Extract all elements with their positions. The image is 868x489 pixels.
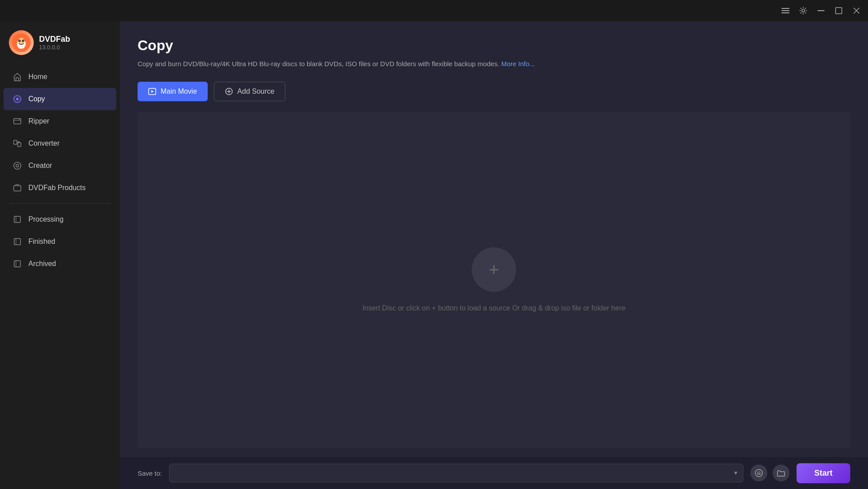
add-source-label: Add Source xyxy=(237,87,275,95)
logo-text: DVDFab 13.0.0.0 xyxy=(39,35,70,51)
sidebar-item-home-label: Home xyxy=(28,73,47,81)
page-title: Copy xyxy=(138,37,850,54)
toolbar: Main Movie Add Source xyxy=(138,82,850,101)
save-to-dropdown-icon[interactable]: ▼ xyxy=(733,470,738,476)
svg-point-20 xyxy=(16,164,19,167)
more-info-link[interactable]: More Info... xyxy=(501,60,535,68)
svg-rect-22 xyxy=(14,216,20,223)
title-bar xyxy=(0,0,868,21)
save-to-label: Save to: xyxy=(138,469,162,477)
ripper-icon xyxy=(12,116,22,126)
products-icon xyxy=(12,183,22,193)
minimize-icon[interactable] xyxy=(817,6,825,15)
sidebar-item-processing[interactable]: Processing xyxy=(4,208,116,231)
content-area: Copy Copy and burn DVD/Blu-ray/4K Ultra … xyxy=(120,21,868,457)
svg-point-9 xyxy=(18,40,21,42)
sidebar-item-archived[interactable]: Archived xyxy=(4,253,116,275)
close-icon[interactable] xyxy=(852,6,861,15)
main-movie-button[interactable]: Main Movie xyxy=(138,82,208,101)
logo-version: 13.0.0.0 xyxy=(39,44,70,51)
sidebar-item-finished[interactable]: Finished xyxy=(4,231,116,253)
svg-rect-1 xyxy=(781,10,789,11)
add-source-circle[interactable]: + xyxy=(472,247,516,292)
logo-avatar xyxy=(9,30,34,55)
add-source-button[interactable]: Add Source xyxy=(214,82,286,101)
drop-zone-text: Insert Disc or click on + button to load… xyxy=(363,304,626,312)
svg-rect-24 xyxy=(14,239,20,245)
sidebar-item-copy-label: Copy xyxy=(28,95,45,103)
sidebar-item-copy[interactable]: Copy xyxy=(4,88,116,110)
plus-icon: + xyxy=(489,261,499,278)
sidebar-item-creator-label: Creator xyxy=(28,162,52,170)
drop-zone[interactable]: + Insert Disc or click on + button to lo… xyxy=(138,112,850,449)
converter-icon xyxy=(12,139,22,148)
sidebar: DVDFab 13.0.0.0 Home xyxy=(0,21,120,489)
sidebar-item-converter-label: Converter xyxy=(28,139,59,147)
save-to-input[interactable]: ▼ xyxy=(169,464,743,482)
archived-icon xyxy=(12,259,22,269)
svg-point-12 xyxy=(16,98,19,100)
svg-point-10 xyxy=(22,40,24,42)
folder-icon-button[interactable] xyxy=(773,465,789,481)
svg-rect-4 xyxy=(817,10,825,11)
copy-icon xyxy=(12,94,22,104)
svg-point-16 xyxy=(19,119,20,120)
svg-rect-21 xyxy=(14,186,21,191)
home-icon xyxy=(12,72,22,82)
svg-rect-2 xyxy=(781,12,789,13)
sidebar-item-archived-label: Archived xyxy=(28,260,56,268)
settings-icon[interactable] xyxy=(799,6,808,15)
svg-rect-17 xyxy=(14,140,17,144)
page-description: Copy and burn DVD/Blu-ray/4K Ultra HD Bl… xyxy=(138,59,850,69)
start-button[interactable]: Start xyxy=(797,463,850,483)
iso-icon-button[interactable]: ISO xyxy=(750,465,767,481)
processing-icon xyxy=(12,215,22,224)
sidebar-item-converter[interactable]: Converter xyxy=(4,132,116,155)
svg-point-19 xyxy=(14,162,21,169)
sidebar-item-creator[interactable]: Creator xyxy=(4,155,116,177)
sidebar-item-dvdfab-products-label: DVDFab Products xyxy=(28,184,86,192)
finished-icon xyxy=(12,237,22,246)
sidebar-item-home[interactable]: Home xyxy=(4,66,116,88)
window-controls xyxy=(781,6,861,15)
sidebar-item-finished-label: Finished xyxy=(28,238,55,246)
svg-point-3 xyxy=(802,9,805,12)
logo-name: DVDFab xyxy=(39,35,70,44)
sidebar-item-processing-label: Processing xyxy=(28,215,63,223)
maximize-icon[interactable] xyxy=(834,6,843,15)
sidebar-item-ripper[interactable]: Ripper xyxy=(4,110,116,132)
sidebar-item-ripper-label: Ripper xyxy=(28,117,49,125)
app-container: DVDFab 13.0.0.0 Home xyxy=(0,21,868,489)
svg-rect-0 xyxy=(781,8,789,9)
main-content: Copy Copy and burn DVD/Blu-ray/4K Ultra … xyxy=(120,21,868,489)
svg-rect-26 xyxy=(14,261,20,267)
svg-rect-5 xyxy=(836,8,842,14)
logo-area: DVDFab 13.0.0.0 xyxy=(0,26,120,66)
nav-items: Home Copy xyxy=(0,66,120,489)
sidebar-item-dvdfab-products[interactable]: DVDFab Products xyxy=(4,177,116,199)
bottom-bar: Save to: ▼ ISO Sta xyxy=(120,457,868,489)
bottom-icons: ISO xyxy=(750,465,789,481)
creator-icon xyxy=(12,161,22,171)
svg-text:ISO: ISO xyxy=(757,473,761,475)
nav-separator xyxy=(9,203,111,204)
menu-icon[interactable] xyxy=(781,6,790,15)
main-movie-label: Main Movie xyxy=(161,87,197,95)
